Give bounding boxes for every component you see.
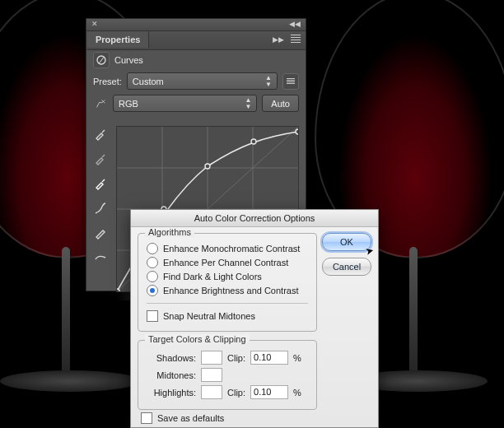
curve-smooth-icon[interactable] [91, 200, 110, 216]
dialog-button-column: OK ➤ Cancel [322, 233, 371, 276]
algo-option-0[interactable]: Enhance Monochromatic Contrast [147, 243, 308, 254]
algo-option-label: Enhance Brightness and Contrast [163, 286, 299, 295]
snap-label: Snap Neutral Midtones [163, 311, 255, 321]
preset-value: Custom [133, 77, 164, 86]
midtones-row: Midtones: [147, 368, 308, 382]
highlights-swatch[interactable] [201, 385, 222, 399]
dialog-title: Auto Color Correction Options [131, 210, 378, 227]
algo-option-label: Enhance Monochromatic Contrast [163, 244, 300, 254]
chevron-updown-icon: ▲▼ [245, 97, 251, 110]
auto-color-correction-dialog: Auto Color Correction Options OK ➤ Cance… [130, 209, 379, 428]
panel-title[interactable]: Properties [87, 31, 149, 48]
ok-label: OK [340, 237, 353, 247]
algorithms-legend: Algorithms [145, 227, 194, 237]
adjustment-header: Curves [86, 50, 306, 70]
svg-point-11 [251, 139, 256, 144]
shadows-label: Shadows: [147, 353, 196, 363]
midtones-label: Midtones: [147, 370, 196, 380]
curves-tool-column [91, 126, 111, 266]
radio-icon [147, 257, 158, 268]
curve-pencil-icon[interactable] [91, 225, 110, 241]
svg-point-10 [205, 164, 210, 169]
save-as-defaults-checkbox[interactable]: Save as defaults [141, 412, 224, 424]
radio-icon [147, 271, 158, 282]
cancel-label: Cancel [333, 262, 361, 272]
svg-point-12 [296, 129, 298, 134]
adjustment-label: Curves [114, 55, 143, 65]
algorithms-fieldset: Algorithms Enhance Monochromatic Contras… [138, 233, 317, 332]
algo-option-1[interactable]: Enhance Per Channel Contrast [147, 257, 308, 268]
eyedropper-black-icon[interactable] [91, 126, 110, 142]
save-defaults-label: Save as defaults [157, 413, 224, 423]
shadows-row: Shadows: Clip: 0.10 % [147, 351, 308, 365]
preset-label: Preset: [93, 77, 122, 86]
channel-row: RGB ▲▼ Auto [86, 92, 306, 114]
svg-point-8 [117, 289, 119, 291]
panel-collapse-icon[interactable]: ▶▶ [273, 35, 284, 44]
cancel-button[interactable]: Cancel [322, 258, 371, 276]
highlights-row: Highlights: Clip: 0.10 % [147, 385, 308, 399]
eyedropper-gray-icon[interactable] [91, 151, 110, 167]
clip-label: Clip: [227, 353, 245, 363]
highlights-label: Highlights: [147, 388, 196, 398]
ok-button[interactable]: OK ➤ [322, 233, 371, 251]
curve-smooth-values-icon[interactable] [91, 249, 110, 266]
curves-adjustment-icon[interactable] [93, 52, 110, 68]
channel-value: RGB [119, 99, 138, 109]
checkbox-icon [147, 310, 158, 322]
targets-fieldset: Target Colors & Clipping Shadows: Clip: … [138, 340, 317, 410]
preset-menu-icon[interactable] [282, 73, 299, 90]
chevron-updown-icon: ▲▼ [265, 75, 272, 88]
tab-strip-chevron-icon[interactable]: ◀◀ [289, 20, 301, 28]
collapse-icon[interactable]: ✕ [91, 20, 98, 28]
targets-legend: Target Colors & Clipping [145, 334, 250, 344]
preset-dropdown[interactable]: Custom ▲▼ [127, 72, 278, 90]
auto-label: Auto [271, 99, 290, 109]
radio-icon [147, 243, 158, 254]
percent-label: % [293, 388, 301, 398]
algo-option-label: Enhance Per Channel Contrast [163, 258, 288, 268]
auto-button[interactable]: Auto [262, 95, 299, 112]
midtones-swatch[interactable] [201, 368, 222, 382]
clip-label: Clip: [227, 388, 245, 398]
algo-option-3[interactable]: Enhance Brightness and Contrast [147, 285, 308, 296]
channel-dropdown[interactable]: RGB ▲▼ [113, 95, 257, 112]
eyedropper-white-icon[interactable] [91, 175, 110, 192]
percent-label: % [293, 353, 301, 363]
radio-icon [147, 285, 158, 296]
panel-menu-icon[interactable] [291, 35, 301, 43]
algo-option-label: Find Dark & Light Colors [163, 272, 262, 281]
shadows-swatch[interactable] [201, 351, 222, 365]
highlights-clip-input[interactable]: 0.10 [250, 385, 288, 399]
algo-option-2[interactable]: Find Dark & Light Colors [147, 271, 308, 282]
snap-neutral-midtones-checkbox[interactable]: Snap Neutral Midtones [147, 310, 308, 322]
on-image-adjust-icon[interactable] [93, 96, 108, 111]
shadows-clip-input[interactable]: 0.10 [250, 351, 288, 365]
panel-titlebar: Properties ▶▶ [86, 31, 306, 50]
preset-row: Preset: Custom ▲▼ [86, 70, 306, 92]
separator [147, 303, 308, 304]
panel-tab-strip[interactable]: ✕ ◀◀ [86, 19, 306, 31]
checkbox-icon [141, 412, 152, 424]
